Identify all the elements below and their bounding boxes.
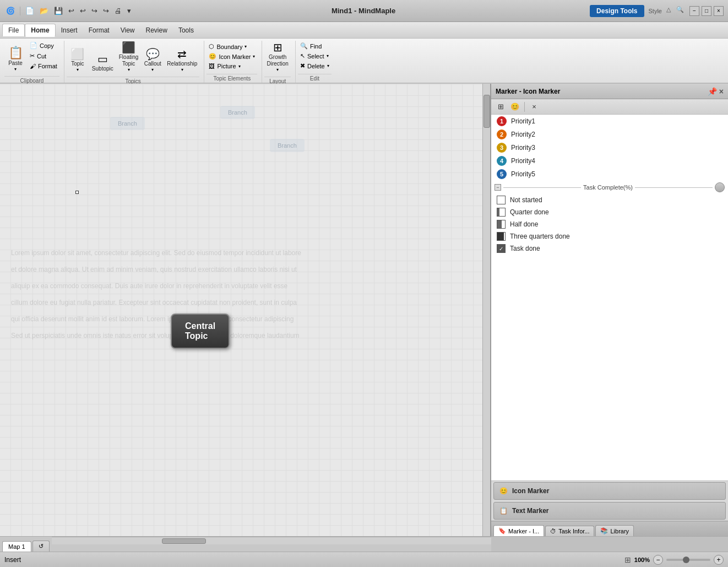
icon-marker-button[interactable]: 😊 Icon Marker ▾ (207, 52, 257, 61)
zoom-in-button[interactable]: + (714, 555, 724, 565)
menu-insert[interactable]: Insert (56, 24, 83, 36)
edit-col: 🔍 Find ↖ Select ▾ ✖ Delete ▾ (298, 41, 332, 71)
callout-icon: 💬 (146, 48, 160, 60)
maximize-button[interactable]: □ (702, 6, 711, 16)
close-button[interactable]: × (714, 6, 724, 16)
subtopic-button[interactable]: ▭ Subtopic (90, 52, 116, 73)
marker-item-priority2[interactable]: 2 Priority2 (491, 128, 728, 141)
icon-marker-section-btn[interactable]: 😊 Icon Marker (493, 482, 726, 500)
callout-button[interactable]: 💬 Callout ▾ (142, 47, 164, 73)
callout-arrow: ▾ (151, 67, 154, 72)
relationship-button[interactable]: ⇄ Relationship ▾ (165, 47, 199, 73)
zoom-thumb[interactable] (683, 557, 689, 563)
delete-button[interactable]: ✖ Delete ▾ (298, 61, 332, 71)
floating-arrow: ▾ (128, 67, 130, 72)
delete-label: Delete (307, 63, 325, 69)
main-area: Branch Branch Branch Lorem ipsum dolor s… (0, 84, 728, 536)
topic-label: Topic (71, 61, 84, 67)
boundary-button[interactable]: ⬡ Boundary ▾ (207, 42, 257, 51)
scrollbar-v-thumb[interactable] (483, 95, 490, 128)
subtopic-icon: ▭ (97, 53, 108, 64)
floating-topic-button[interactable]: ⬛ FloatingTopic ▾ (117, 41, 141, 73)
menu-tools[interactable]: Tools (173, 24, 199, 36)
growth-direction-button[interactable]: ⊞ GrowthDirection ▾ (264, 41, 290, 73)
cut-button[interactable]: ✂ Cut (28, 51, 59, 61)
select-button[interactable]: ↖ Select ▾ (298, 51, 332, 61)
topic-icon: ⬜ (70, 48, 84, 60)
menu-file[interactable]: File (2, 24, 25, 36)
find-button[interactable]: 🔍 Find (298, 41, 332, 51)
redo-icon[interactable]: ↪ (90, 6, 99, 16)
paste-button[interactable]: 📋 Paste ▾ (4, 46, 26, 73)
cut-label: Cut (37, 53, 46, 60)
find-icon: 🔍 (300, 42, 308, 50)
marker-item-not-started[interactable]: Not started (491, 194, 728, 206)
canvas-scrollbar-h[interactable] (52, 537, 491, 544)
design-tools-button[interactable]: Design Tools (590, 5, 644, 17)
central-topic[interactable]: Central Topic (171, 314, 230, 349)
marker-item-priority3[interactable]: 3 Priority3 (491, 141, 728, 154)
dropdown-icon[interactable]: ▾ (126, 6, 133, 16)
ribbon-group-clipboard: 📋 Paste ▾ 📄 Copy ✂ Cut 🖌 Format Clipb (2, 41, 64, 83)
task-settings-btn[interactable] (715, 182, 725, 192)
canvas-scrollbar-v[interactable] (482, 84, 490, 536)
map-tab-1[interactable]: Map 1 (2, 541, 31, 552)
panel-toolbar-divider (524, 102, 525, 112)
marker-item-priority1[interactable]: 1 Priority1 (491, 115, 728, 128)
menu-view[interactable]: View (115, 24, 140, 36)
map-tab-refresh[interactable]: ↺ (32, 541, 50, 552)
menu-review[interactable]: Review (140, 24, 173, 36)
marker-list[interactable]: 1 Priority1 2 Priority2 3 Priority3 4 Pr… (491, 115, 728, 481)
marker-item-half-done[interactable]: Half done (491, 218, 728, 230)
picture-button[interactable]: 🖼 Picture ▾ (207, 62, 257, 71)
marker-item-quarter-done[interactable]: Quarter done (491, 206, 728, 218)
panel-tab-library[interactable]: 📚 Library (595, 525, 634, 536)
icon-marker-icon: 😊 (209, 53, 216, 60)
status-bar: Insert ⊞ 100% − + (0, 552, 728, 567)
panel-tool-btn-close[interactable]: × (528, 101, 540, 112)
task-done-label: Task done (510, 245, 540, 252)
scrollbar-h-thumb[interactable] (162, 538, 206, 544)
picture-label: Picture (217, 63, 236, 69)
marker-item-priority4[interactable]: 4 Priority4 (491, 154, 728, 168)
cut-icon: ✂ (30, 52, 35, 60)
panel-close-icon[interactable]: × (719, 87, 724, 96)
zoom-out-button[interactable]: − (653, 555, 663, 565)
text-marker-section-btn[interactable]: 📋 Text Marker (493, 502, 726, 520)
help-icon[interactable]: △ (666, 6, 671, 16)
minimize-button[interactable]: − (689, 6, 699, 16)
new-icon[interactable]: 📄 (24, 6, 36, 16)
undo-icon[interactable]: ↩ (67, 6, 76, 16)
canvas-area[interactable]: Branch Branch Branch Lorem ipsum dolor s… (0, 84, 491, 536)
panel-tab-task[interactable]: ⏱ Task Infor... (545, 526, 594, 536)
format-painter-button[interactable]: 🖌 Format (28, 62, 59, 71)
undo2-icon[interactable]: ↩ (78, 6, 88, 16)
text-marker-section-label: Text Marker (512, 507, 548, 515)
delete-icon: ✖ (300, 62, 305, 69)
menu-home[interactable]: Home (25, 24, 55, 37)
redo2-icon[interactable]: ↪ (101, 6, 111, 16)
handle-br[interactable] (75, 191, 79, 194)
floating-topic-label: FloatingTopic (119, 54, 139, 67)
priority2-label: Priority2 (511, 131, 535, 138)
search-icon[interactable]: 🔍 (676, 6, 684, 16)
copy-button[interactable]: 📄 Copy (28, 41, 59, 50)
panel-tool-btn-1[interactable]: ⊞ (495, 101, 507, 112)
marker-item-task-done[interactable]: Task done (491, 242, 728, 255)
panel-pin-icon[interactable]: 📌 (708, 87, 717, 96)
print-icon[interactable]: 🖨 (113, 6, 123, 16)
topics-buttons: ⬜ Topic ▾ ▭ Subtopic ⬛ FloatingTopic ▾ 💬… (67, 41, 200, 75)
zoom-slider[interactable] (666, 559, 710, 561)
marker-item-priority5[interactable]: 5 Priority5 (491, 168, 728, 181)
task-collapse-btn[interactable]: − (495, 184, 501, 191)
panel-tool-btn-2[interactable]: 😊 (509, 101, 521, 112)
topic-button[interactable]: ⬜ Topic ▾ (67, 47, 89, 73)
select-arrow: ▾ (327, 53, 329, 58)
save-icon[interactable]: 💾 (52, 6, 64, 16)
panel-tab-marker[interactable]: 🔖 Marker - I... (493, 525, 544, 536)
menu-format[interactable]: Format (83, 24, 115, 36)
marker-item-three-quarters[interactable]: Three quarters done (491, 230, 728, 242)
open-icon[interactable]: 📂 (38, 6, 50, 16)
priority3-label: Priority3 (511, 144, 535, 152)
priority4-num: 4 (497, 156, 507, 166)
